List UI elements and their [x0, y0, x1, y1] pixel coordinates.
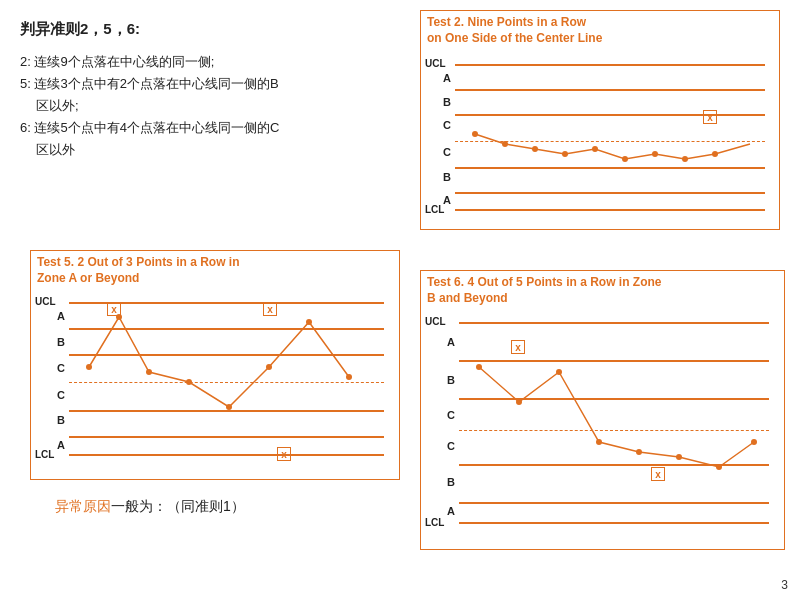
test5-box: Test 5. 2 Out of 3 Points in a Row inZon… [30, 250, 400, 480]
svg-point-1 [502, 141, 508, 147]
test2-zone-a-upper: A [443, 72, 451, 84]
test2-zone-a-lower: A [443, 194, 451, 206]
desc-line-4: 6: 连续5个点中有4个点落在中心线同一侧的C [20, 117, 390, 139]
svg-point-3 [562, 151, 568, 157]
desc-line-5: 区以外 [36, 139, 390, 161]
test6-title: Test 6. 4 Out of 5 Points in a Row in Zo… [421, 271, 784, 310]
svg-point-6 [652, 151, 658, 157]
anomaly-suffix: 一般为：（同准则1） [111, 498, 245, 514]
svg-point-15 [306, 319, 312, 325]
test6-x1: x [511, 340, 525, 354]
test2-zone-c-upper: C [443, 119, 451, 131]
test2-lcl: LCL [425, 204, 444, 215]
test5-x3: x [277, 447, 291, 461]
test2-data-svg [455, 54, 765, 229]
test5-za1: A [57, 310, 65, 322]
svg-point-2 [532, 146, 538, 152]
test2-x-marker: x [703, 110, 717, 124]
svg-point-19 [556, 369, 562, 375]
test5-zc1: C [57, 362, 65, 374]
svg-point-4 [592, 146, 598, 152]
test2-box: Test 2. Nine Points in a Rowon One Side … [420, 10, 780, 230]
test5-za2: A [57, 439, 65, 451]
test6-x2: x [651, 467, 665, 481]
test6-lcl: LCL [425, 517, 444, 528]
page-number: 3 [781, 578, 788, 592]
desc-line-2: 5: 连续3个点中有2个点落在中心线同一侧的B [20, 73, 390, 95]
desc-line-1: 2: 连续9个点落在中心线的同一侧; [20, 51, 390, 73]
test2-zone-b-lower: B [443, 171, 451, 183]
test2-zone-b-upper: B [443, 96, 451, 108]
test6-data-svg [459, 312, 769, 552]
test5-x2: x [263, 302, 277, 316]
svg-point-18 [516, 399, 522, 405]
page-title: 判异准则2，5，6: [20, 20, 390, 39]
desc-line-3: 区以外; [36, 95, 390, 117]
test6-zc1: C [447, 409, 455, 421]
test6-zb2: B [447, 476, 455, 488]
test6-za1: A [447, 336, 455, 348]
test2-title: Test 2. Nine Points in a Rowon One Side … [421, 11, 779, 50]
anomaly-text: 异常原因一般为：（同准则1） [55, 498, 245, 516]
svg-point-22 [676, 454, 682, 460]
test6-zb1: B [447, 374, 455, 386]
svg-point-14 [266, 364, 272, 370]
test5-zc2: C [57, 389, 65, 401]
svg-point-21 [636, 449, 642, 455]
test6-zc2: C [447, 440, 455, 452]
test5-title: Test 5. 2 Out of 3 Points in a Row inZon… [31, 251, 399, 290]
svg-point-5 [622, 156, 628, 162]
svg-point-16 [346, 374, 352, 380]
anomaly-highlight: 异常原因 [55, 498, 111, 514]
test6-ucl: UCL [425, 316, 446, 327]
test6-chart: UCL LCL A B C C B A x x [421, 312, 784, 552]
test5-ucl: UCL [35, 296, 56, 307]
test6-za2: A [447, 505, 455, 517]
description: 2: 连续9个点落在中心线的同一侧; 5: 连续3个点中有2个点落在中心线同一侧… [20, 51, 390, 161]
svg-point-20 [596, 439, 602, 445]
svg-point-8 [712, 151, 718, 157]
svg-point-9 [86, 364, 92, 370]
svg-point-12 [186, 379, 192, 385]
test5-data-svg [69, 292, 384, 477]
test2-zone-c-lower: C [443, 146, 451, 158]
svg-point-24 [751, 439, 757, 445]
test2-ucl: UCL [425, 58, 446, 69]
svg-point-13 [226, 404, 232, 410]
left-text-block: 判异准则2，5，6: 2: 连续9个点落在中心线的同一侧; 5: 连续3个点中有… [20, 20, 390, 161]
svg-point-11 [146, 369, 152, 375]
test5-chart: UCL LCL A B C C B A x x [31, 292, 399, 477]
svg-point-0 [472, 131, 478, 137]
test6-box: Test 6. 4 Out of 5 Points in a Row in Zo… [420, 270, 785, 550]
svg-point-7 [682, 156, 688, 162]
test5-x1: x [107, 302, 121, 316]
test5-zb2: B [57, 414, 65, 426]
test2-chart: UCL LCL A B C C B A [421, 54, 779, 229]
test5-lcl: LCL [35, 449, 54, 460]
svg-point-23 [716, 464, 722, 470]
svg-point-17 [476, 364, 482, 370]
test5-zb1: B [57, 336, 65, 348]
